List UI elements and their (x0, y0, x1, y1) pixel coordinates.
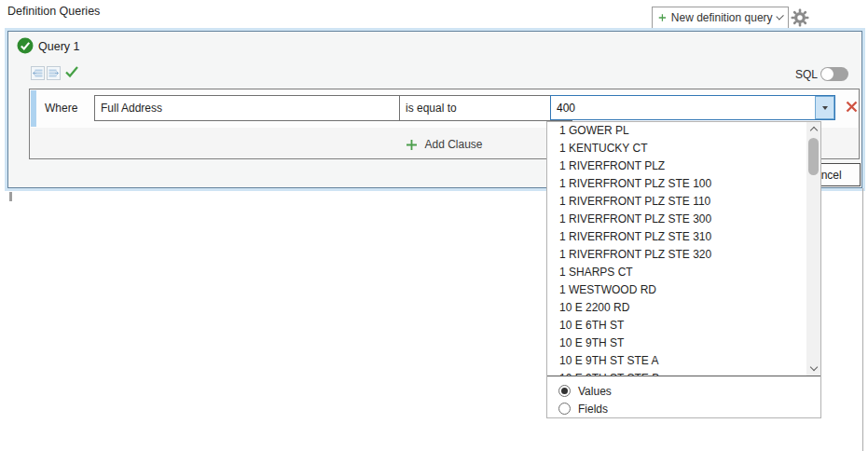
list-item[interactable]: 10 E 9TH ST STE A (547, 352, 806, 370)
list-item[interactable]: 1 RIVERFRONT PLZ STE 320 (547, 246, 806, 264)
pane-right-border (862, 188, 863, 451)
list-item[interactable]: 1 RIVERFRONT PLZ STE 310 (547, 228, 806, 246)
list-item[interactable]: 1 GOWER PL (547, 122, 806, 140)
list-item[interactable]: 1 RIVERFRONT PLZ STE 100 (547, 175, 806, 193)
sql-label: SQL (795, 68, 818, 81)
scroll-up-button[interactable] (806, 122, 820, 136)
scroll-down-button[interactable] (806, 362, 820, 376)
dropdown-scrollbar[interactable] (806, 122, 820, 376)
field-select[interactable]: Full Address (94, 95, 419, 121)
sql-toggle[interactable] (820, 67, 848, 81)
query-title: Query 1 (38, 40, 79, 53)
toggle-knob (821, 68, 834, 80)
list-item[interactable]: 10 E 9TH ST (547, 335, 806, 352)
where-label: Where (45, 102, 77, 115)
option-fields[interactable]: Fields (547, 400, 820, 417)
list-item[interactable]: 10 E 6TH ST (547, 317, 806, 335)
plus-icon (658, 12, 667, 23)
new-definition-query-label: New definition query (671, 11, 773, 24)
scrollbar-thumb[interactable] (808, 138, 819, 175)
settings-gear-icon[interactable] (790, 7, 810, 28)
value-input[interactable] (550, 95, 835, 120)
verify-check-icon[interactable] (64, 65, 81, 80)
value-dropdown-panel: 1 GOWER PL1 KENTUCKY CT1 RIVERFRONT PLZ1… (546, 121, 821, 418)
scroll-tick (9, 192, 12, 201)
caret-down-icon (822, 106, 828, 110)
operator-select-value: is equal to (406, 102, 457, 115)
add-clause-label: Add Clause (424, 138, 482, 151)
field-select-value: Full Address (101, 102, 162, 115)
option-values[interactable]: Values (547, 382, 820, 400)
list-item[interactable]: 1 WESTWOOD RD (547, 281, 806, 299)
option-label: Fields (578, 403, 608, 416)
query-valid-check-icon (17, 37, 34, 54)
chevron-down-icon (776, 12, 784, 20)
plus-icon (406, 139, 418, 151)
list-item[interactable]: 1 KENTUCKY CT (547, 140, 806, 157)
value-fields-options: ValuesFields (547, 376, 820, 417)
list-item[interactable]: 1 RIVERFRONT PLZ (547, 157, 806, 175)
clause-selection-bar (31, 90, 36, 127)
list-item[interactable]: 10 E 2200 RD (547, 299, 806, 317)
value-field-wrap (550, 95, 835, 120)
operator-select[interactable]: is equal to (399, 95, 572, 121)
radio-icon[interactable] (558, 385, 571, 397)
new-definition-query-button[interactable]: New definition query (652, 7, 789, 29)
value-dropdown-button[interactable] (815, 96, 834, 119)
value-list: 1 GOWER PL1 KENTUCKY CT1 RIVERFRONT PLZ1… (547, 122, 806, 376)
remove-clause-button[interactable] (842, 97, 861, 116)
move-clause-right-button[interactable] (47, 66, 61, 80)
radio-icon[interactable] (558, 403, 571, 415)
list-item[interactable]: 1 RIVERFRONT PLZ STE 300 (547, 211, 806, 228)
move-clause-left-button[interactable] (31, 66, 45, 80)
option-label: Values (578, 385, 612, 398)
page-title: Definition Queries (7, 5, 100, 18)
list-item[interactable]: 1 SHARPS CT (547, 264, 806, 281)
list-item[interactable]: 1 RIVERFRONT PLZ STE 110 (547, 193, 806, 211)
